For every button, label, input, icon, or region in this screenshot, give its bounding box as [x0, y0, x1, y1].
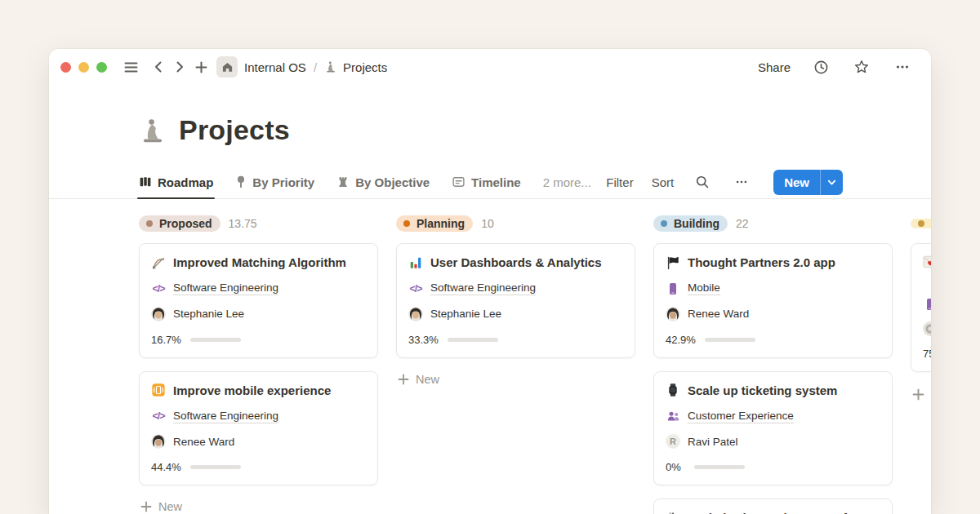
close-window-button[interactable] [60, 62, 71, 73]
team-tag[interactable]: Customer Experience [688, 410, 794, 423]
add-card-button[interactable]: New [396, 370, 635, 389]
column-header[interactable]: Planning 10 [396, 214, 635, 233]
timeline-icon [452, 175, 466, 188]
window-controls [60, 62, 107, 73]
status-dot [661, 220, 667, 227]
project-card[interactable]: Thought Partners 2.0 app Mobile Renee Wa… [653, 243, 893, 358]
fire-extinguisher-icon [666, 511, 680, 514]
project-card[interactable]: User Dashboards & Analytics </> Software… [396, 243, 635, 358]
people-purple-icon [666, 409, 680, 423]
team-tag[interactable]: Mobile [688, 281, 720, 295]
column-header[interactable]: Building 22 [653, 214, 893, 233]
tab-by-priority[interactable]: By Priority [235, 166, 314, 198]
card-title: Thought Partners 2.0 app [688, 255, 835, 271]
tab-label: By Objective [355, 175, 430, 189]
plus-icon [140, 501, 152, 512]
hamburger-icon [123, 60, 139, 75]
add-card-button[interactable]: New [139, 497, 378, 514]
avatar [666, 307, 680, 321]
search-button[interactable] [692, 171, 713, 193]
project-card[interactable]: Scale up ticketing system Customer Exper… [653, 371, 893, 486]
watch-icon [666, 383, 680, 397]
new-button[interactable]: New [773, 170, 820, 195]
column-planning: Planning 10 User Dashboards & Analytics … [396, 214, 635, 389]
favorite-button[interactable] [851, 56, 872, 78]
assignee-name: Ravi Patel [688, 436, 738, 448]
tab-timeline[interactable]: Timeline [452, 166, 521, 198]
progress-label: 42.9% [666, 334, 696, 346]
project-card[interactable]: Improve mobile experience </> Software E… [139, 371, 378, 486]
avatar [923, 321, 931, 336]
column-count: 13.75 [229, 217, 257, 230]
nav-forward-button[interactable] [169, 56, 190, 78]
ellipsis-icon [735, 175, 748, 188]
mobile-vibration-orange-icon [151, 383, 166, 397]
column-title: Planning [416, 217, 465, 230]
new-dropdown-button[interactable] [821, 170, 843, 195]
new-tab-button[interactable] [190, 56, 212, 78]
zoom-window-button[interactable] [96, 62, 107, 73]
project-card[interactable]: 75 [911, 243, 931, 372]
code-icon: </> [151, 281, 166, 296]
love-letter-icon [923, 255, 931, 269]
column-header[interactable] [911, 214, 931, 233]
breadcrumb-page[interactable]: Projects [343, 60, 387, 74]
team-tag[interactable]: Software Engineering [173, 281, 278, 295]
column-proposed: Proposed 13.75 Improved Matching Algorit… [139, 214, 378, 514]
add-card-label: New [158, 500, 182, 513]
filter-button[interactable]: Filter [606, 175, 633, 189]
view-toolbar: Filter Sort New [606, 170, 931, 195]
view-tabs: Roadmap By Priority By Objective Timelin… [139, 166, 591, 198]
project-card[interactable]: Optimize internal systems for [653, 498, 893, 514]
progress-bar [705, 338, 755, 342]
bar-chart-icon [408, 255, 423, 270]
view-options-button[interactable] [731, 171, 752, 193]
breadcrumb-workspace[interactable]: Internal OS [244, 60, 306, 74]
black-flag-icon [666, 255, 680, 270]
topbar-actions: Share [758, 56, 913, 78]
add-card-button[interactable] [911, 385, 931, 404]
sort-button[interactable]: Sort [652, 175, 675, 189]
plus-icon [194, 60, 208, 74]
page-title: Projects [179, 114, 290, 146]
chevron-down-icon [827, 178, 836, 187]
assignee-name: Stephanie Lee [430, 308, 501, 320]
column-count: 10 [481, 217, 494, 230]
progress-bar [190, 465, 241, 469]
assignee-name: Renee Ward [688, 308, 749, 320]
card-title: Improve mobile experience [173, 383, 331, 399]
minimize-window-button[interactable] [78, 62, 89, 73]
code-icon: </> [408, 281, 423, 296]
tab-label: Timeline [471, 175, 521, 189]
column-header[interactable]: Proposed 13.75 [139, 214, 378, 233]
map-icon [139, 175, 152, 188]
sidebar-menu-button[interactable] [120, 56, 141, 78]
progress-label: 75 [923, 348, 931, 360]
avatar [151, 307, 166, 321]
tab-more-views[interactable]: 2 more... [543, 166, 591, 198]
top-bar: Internal OS / Projects Share [49, 49, 931, 85]
team-tag[interactable]: Software Engineering [173, 410, 278, 423]
status-dot [918, 220, 924, 227]
app-window: Internal OS / Projects Share [49, 49, 931, 514]
nav-back-button[interactable] [148, 56, 169, 78]
card-title: Improved Matching Algorithm [173, 255, 346, 271]
clock-icon [813, 60, 829, 75]
microscope-icon[interactable] [139, 117, 167, 144]
home-button[interactable] [216, 56, 238, 78]
search-icon [695, 175, 710, 189]
project-card[interactable]: Improved Matching Algorithm </> Software… [139, 243, 378, 358]
tab-label: Roadmap [158, 175, 213, 189]
code-icon: </> [151, 409, 166, 423]
progress-label: 44.4% [151, 461, 181, 473]
card-title: Scale up ticketing system [688, 383, 837, 399]
progress-label: 33.3% [408, 334, 439, 346]
share-button[interactable]: Share [758, 60, 791, 74]
tab-roadmap[interactable]: Roadmap [139, 166, 213, 198]
team-tag[interactable]: Software Engineering [430, 281, 536, 295]
history-button[interactable] [810, 56, 831, 78]
tab-by-objective[interactable]: By Objective [336, 166, 430, 198]
column-partial: 75 [911, 214, 931, 404]
column-title: Building [674, 217, 719, 230]
more-options-button[interactable] [892, 56, 913, 78]
